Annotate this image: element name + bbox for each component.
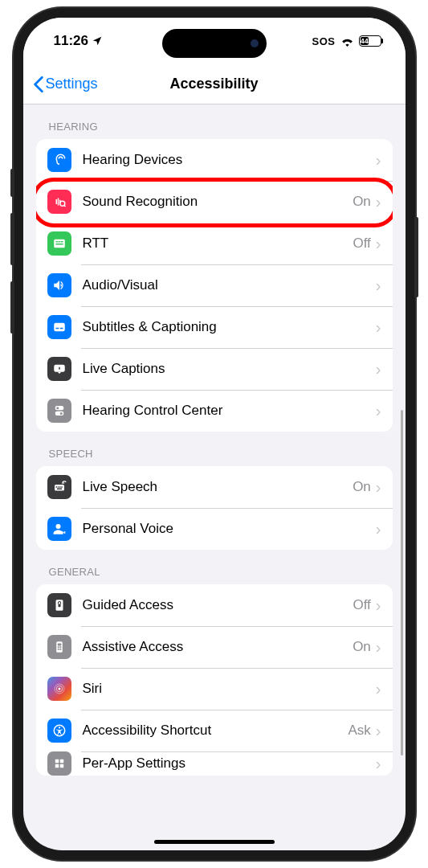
hearing-devices-icon [47, 148, 71, 172]
row-value: Off [353, 597, 370, 613]
battery-icon: 44 [359, 35, 381, 47]
svg-rect-27 [57, 649, 59, 650]
row-hearing-control-center[interactable]: Hearing Control Center › [36, 390, 393, 432]
row-hearing-devices[interactable]: Hearing Devices › [36, 139, 393, 181]
row-label: Live Speech [83, 479, 353, 495]
rtt-icon [47, 231, 71, 256]
row-per-app-settings[interactable]: Per-App Settings › [36, 751, 393, 776]
row-subtitles-captioning[interactable]: Subtitles & Captioning › [36, 306, 393, 348]
chevron-right-icon: › [376, 478, 381, 497]
row-label: Accessibility Shortcut [83, 723, 349, 739]
siri-icon [47, 677, 71, 701]
row-rtt[interactable]: RTT Off › [36, 223, 393, 264]
row-siri[interactable]: Siri › [36, 668, 393, 710]
row-label: Siri [83, 681, 376, 697]
chevron-right-icon: › [376, 193, 381, 211]
svg-point-33 [58, 727, 59, 728]
chevron-right-icon: › [376, 722, 381, 740]
chevron-right-icon: › [376, 680, 381, 698]
nav-bar: Settings Accessibility [23, 64, 406, 104]
svg-rect-16 [57, 486, 59, 488]
svg-rect-8 [59, 328, 63, 330]
row-value: Off [353, 235, 370, 252]
row-value: Ask [348, 723, 370, 739]
row-audio-visual[interactable]: Audio/Visual › [36, 264, 393, 306]
sound-recognition-icon [47, 190, 71, 214]
svg-rect-18 [61, 486, 63, 488]
row-personal-voice[interactable]: Personal Voice › [36, 508, 393, 550]
row-value: On [353, 639, 371, 655]
live-speech-icon [47, 475, 71, 499]
svg-rect-28 [59, 649, 61, 650]
svg-rect-7 [55, 328, 59, 330]
page-title: Accessibility [169, 76, 258, 92]
subtitles-icon [47, 315, 71, 339]
row-accessibility-shortcut[interactable]: Accessibility Shortcut Ask › [36, 710, 393, 751]
chevron-right-icon: › [376, 235, 381, 253]
personal-voice-icon [47, 517, 71, 541]
sos-indicator: SOS [312, 35, 336, 47]
svg-point-31 [58, 688, 60, 690]
row-label: Sound Recognition [83, 194, 353, 210]
audio-visual-icon [47, 273, 71, 297]
svg-rect-19 [57, 489, 62, 490]
dynamic-island [162, 29, 267, 58]
back-button[interactable]: Settings [33, 76, 98, 93]
row-sound-recognition[interactable]: Sound Recognition On › [36, 181, 393, 223]
row-value: On [353, 479, 371, 495]
svg-rect-34 [55, 760, 59, 764]
chevron-right-icon: › [376, 151, 381, 170]
row-label: Personal Voice [83, 521, 376, 537]
chevron-right-icon: › [376, 520, 381, 538]
chevron-right-icon: › [376, 402, 381, 420]
chevron-right-icon: › [376, 318, 381, 337]
chevron-right-icon: › [376, 638, 381, 657]
assistive-access-icon [47, 635, 71, 659]
svg-rect-25 [57, 646, 59, 648]
svg-point-13 [59, 412, 62, 415]
row-label: Assistive Access [83, 639, 353, 655]
phone-frame: 11:26 SOS 44 Settings Accessibility [14, 8, 415, 860]
scroll-indicator[interactable] [401, 410, 403, 755]
row-guided-access[interactable]: Guided Access Off › [36, 584, 393, 626]
live-captions-icon [47, 357, 71, 381]
row-label: Guided Access [83, 597, 353, 613]
svg-point-0 [59, 201, 64, 206]
svg-rect-24 [57, 644, 61, 646]
chevron-right-icon: › [376, 596, 381, 615]
svg-rect-37 [59, 764, 63, 768]
svg-rect-6 [54, 323, 65, 332]
row-value: On [353, 194, 371, 210]
svg-rect-4 [60, 241, 63, 243]
row-label: Hearing Devices [83, 152, 376, 168]
chevron-right-icon: › [376, 360, 381, 379]
content-scroll[interactable]: HEARING Hearing Devices › Sound Recognit… [23, 104, 406, 841]
location-icon [92, 35, 103, 47]
group-general: Guided Access Off › Assistive Access On … [36, 584, 393, 776]
section-header-speech: SPEECH [36, 432, 393, 466]
guided-access-icon [47, 593, 71, 617]
row-label: Per-App Settings [83, 755, 376, 772]
per-app-icon [47, 751, 71, 776]
row-live-speech[interactable]: Live Speech On › [36, 466, 393, 508]
row-live-captions[interactable]: Live Captions › [36, 348, 393, 390]
svg-rect-5 [55, 244, 63, 245]
svg-rect-3 [58, 241, 59, 243]
svg-point-20 [55, 524, 60, 529]
svg-rect-36 [55, 764, 59, 768]
svg-rect-35 [59, 760, 63, 764]
group-speech: Live Speech On › Personal Voice › [36, 466, 393, 550]
chevron-right-icon: › [376, 276, 381, 295]
home-indicator[interactable] [154, 840, 275, 844]
row-label: Audio/Visual [83, 277, 376, 293]
group-hearing: Hearing Devices › Sound Recognition On › [36, 139, 393, 432]
accessibility-shortcut-icon [47, 719, 71, 743]
svg-point-12 [56, 407, 59, 409]
row-assistive-access[interactable]: Assistive Access On › [36, 626, 393, 668]
wifi-icon [340, 36, 354, 47]
chevron-right-icon: › [376, 755, 381, 773]
section-header-hearing: HEARING [36, 104, 393, 139]
svg-rect-17 [59, 486, 61, 488]
svg-rect-23 [56, 641, 63, 653]
status-time: 11:26 [54, 33, 88, 49]
